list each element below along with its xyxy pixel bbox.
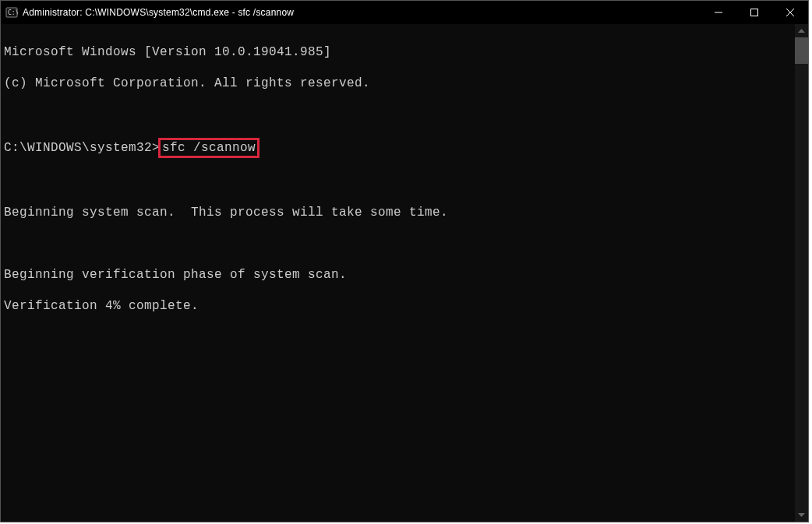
output-line: Beginning system scan. This process will…	[4, 206, 448, 220]
scroll-up-icon[interactable]	[795, 24, 808, 37]
prompt-prefix: C:\WINDOWS\system32>	[4, 141, 160, 155]
titlebar: C:\ Administrator: C:\WINDOWS\system32\c…	[1, 1, 808, 24]
svg-marker-7	[798, 513, 805, 517]
window-title: Administrator: C:\WINDOWS\system32\cmd.e…	[23, 7, 294, 18]
window-body: Microsoft Windows [Version 10.0.19041.98…	[1, 24, 808, 522]
svg-rect-3	[751, 9, 758, 16]
maximize-button[interactable]	[736, 1, 772, 24]
output-line: (c) Microsoft Corporation. All rights re…	[4, 76, 370, 90]
svg-text:C:\: C:\	[8, 9, 18, 16]
svg-marker-6	[798, 29, 805, 33]
scroll-thumb[interactable]	[795, 37, 808, 64]
close-button[interactable]	[772, 1, 808, 24]
highlighted-command: sfc /scannow	[158, 138, 259, 158]
cmd-window: C:\ Administrator: C:\WINDOWS\system32\c…	[0, 0, 809, 522]
cmd-icon: C:\	[5, 6, 18, 19]
terminal-area[interactable]: Microsoft Windows [Version 10.0.19041.98…	[1, 24, 795, 522]
minimize-button[interactable]	[701, 1, 736, 24]
window-controls	[701, 1, 808, 24]
titlebar-left: C:\ Administrator: C:\WINDOWS\system32\c…	[1, 6, 294, 19]
scroll-down-icon[interactable]	[795, 508, 808, 522]
output-line: Verification 4% complete.	[4, 299, 199, 313]
scrollbar[interactable]	[795, 24, 808, 522]
output-line: Beginning verification phase of system s…	[4, 268, 347, 282]
output-line: Microsoft Windows [Version 10.0.19041.98…	[4, 45, 331, 59]
